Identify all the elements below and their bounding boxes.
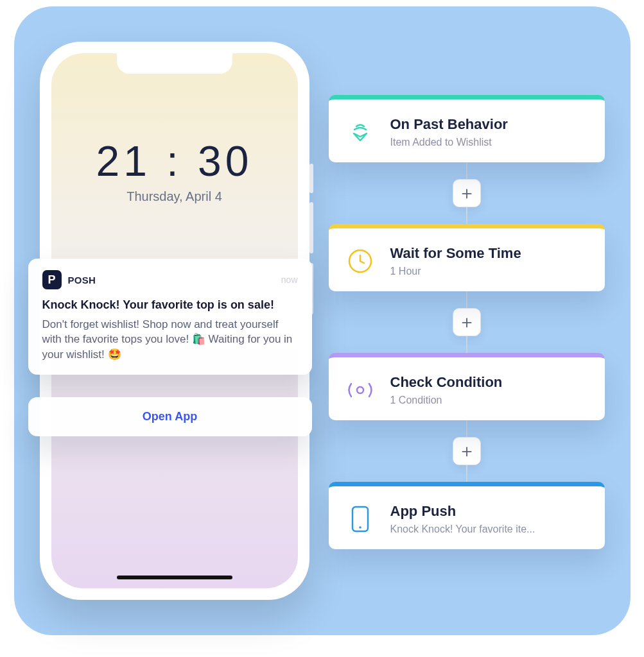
flow-connector: ＋ bbox=[453, 291, 481, 353]
connector-line-icon bbox=[466, 291, 467, 308]
connector-line-icon bbox=[466, 465, 467, 482]
add-step-button[interactable]: ＋ bbox=[453, 179, 481, 207]
clock-date: Thursday, April 4 bbox=[51, 189, 298, 204]
add-step-button[interactable]: ＋ bbox=[453, 437, 481, 465]
flow-step-subtitle: 1 Hour bbox=[390, 266, 521, 277]
flow-step-app-push[interactable]: App Push Knock Knock! Your favorite ite.… bbox=[329, 482, 605, 549]
svg-point-3 bbox=[359, 526, 361, 529]
connector-line-icon bbox=[466, 336, 467, 353]
flow-step-subtitle: Knock Knock! Your favorite ite... bbox=[390, 524, 535, 535]
clock-time: 21 : 30 bbox=[51, 137, 298, 185]
flow-step-subtitle: 1 Condition bbox=[390, 395, 503, 406]
behavior-icon bbox=[345, 117, 375, 147]
side-button-icon bbox=[309, 202, 313, 253]
notification-app-name: POSH bbox=[68, 275, 96, 286]
condition-icon bbox=[345, 375, 375, 405]
flow-column: On Past Behavior Item Added to Wishlist … bbox=[329, 92, 605, 549]
phone-notch bbox=[117, 53, 232, 74]
svg-point-1 bbox=[357, 387, 363, 393]
phone-column: 21 : 30 Thursday, April 4 P POSH now Kno… bbox=[40, 42, 309, 600]
flow-step-subtitle: Item Added to Wishlist bbox=[390, 137, 508, 148]
phone-frame: 21 : 30 Thursday, April 4 P POSH now Kno… bbox=[40, 42, 309, 600]
open-app-button[interactable]: Open App bbox=[28, 397, 312, 436]
side-button-icon bbox=[309, 164, 313, 193]
canvas: 21 : 30 Thursday, April 4 P POSH now Kno… bbox=[14, 6, 631, 635]
clock-icon bbox=[345, 246, 375, 276]
flow-step-title: On Past Behavior bbox=[390, 116, 508, 133]
flow-step-title: Wait for Some Time bbox=[390, 245, 521, 262]
notification-header: P POSH now bbox=[42, 270, 298, 289]
phone-icon bbox=[345, 504, 375, 534]
notification-body: Don't forget wishlist! Shop now and trea… bbox=[42, 317, 298, 362]
flow-step-condition[interactable]: Check Condition 1 Condition bbox=[329, 353, 605, 420]
app-badge-icon: P bbox=[42, 270, 62, 289]
notification-title: Knock Knock! Your favorite top is on sal… bbox=[42, 298, 298, 312]
flow-step-past-behavior[interactable]: On Past Behavior Item Added to Wishlist bbox=[329, 95, 605, 162]
lockscreen-clock: 21 : 30 Thursday, April 4 bbox=[51, 137, 298, 204]
connector-line-icon bbox=[466, 162, 467, 179]
push-notification[interactable]: P POSH now Knock Knock! Your favorite to… bbox=[28, 259, 312, 375]
flow-step-wait[interactable]: Wait for Some Time 1 Hour bbox=[329, 224, 605, 291]
flow-step-title: App Push bbox=[390, 503, 535, 520]
open-app-label: Open App bbox=[143, 410, 197, 423]
connector-line-icon bbox=[466, 207, 467, 224]
connector-line-icon bbox=[466, 420, 467, 437]
flow-step-title: Check Condition bbox=[390, 374, 503, 391]
flow-connector: ＋ bbox=[453, 420, 481, 482]
home-indicator bbox=[117, 576, 232, 579]
add-step-button[interactable]: ＋ bbox=[453, 308, 481, 336]
notification-time: now bbox=[281, 275, 298, 285]
flow-connector: ＋ bbox=[453, 162, 481, 224]
